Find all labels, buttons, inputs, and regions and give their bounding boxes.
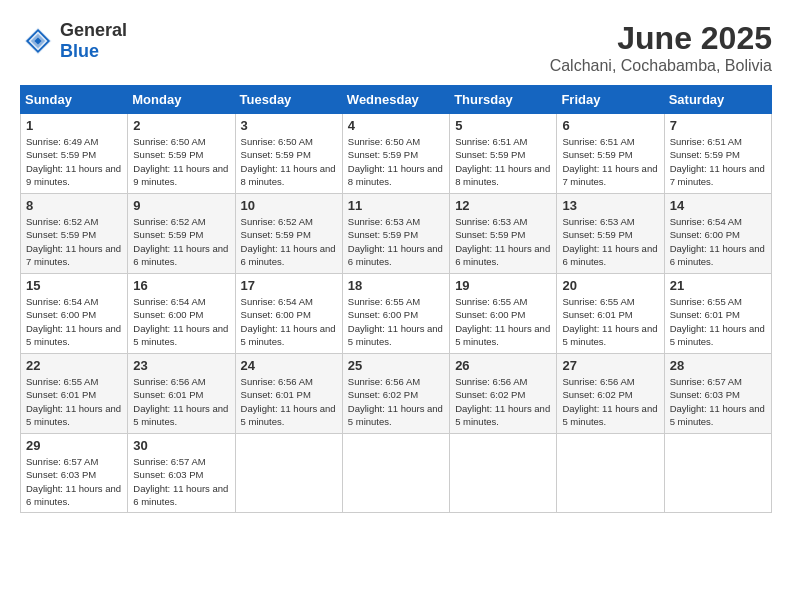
header: General Blue June 2025 Calchani, Cochaba… <box>20 20 772 75</box>
day-info: Sunrise: 6:53 AMSunset: 5:59 PMDaylight:… <box>348 215 444 268</box>
calendar-cell: 2Sunrise: 6:50 AMSunset: 5:59 PMDaylight… <box>128 114 235 194</box>
logo-icon <box>20 23 56 59</box>
calendar-week-1: 1Sunrise: 6:49 AMSunset: 5:59 PMDaylight… <box>21 114 772 194</box>
calendar-week-2: 8Sunrise: 6:52 AMSunset: 5:59 PMDaylight… <box>21 194 772 274</box>
calendar-cell: 4Sunrise: 6:50 AMSunset: 5:59 PMDaylight… <box>342 114 449 194</box>
day-number: 22 <box>26 358 122 373</box>
calendar-cell: 27Sunrise: 6:56 AMSunset: 6:02 PMDayligh… <box>557 354 664 434</box>
day-info: Sunrise: 6:55 AMSunset: 6:01 PMDaylight:… <box>562 295 658 348</box>
day-info: Sunrise: 6:51 AMSunset: 5:59 PMDaylight:… <box>455 135 551 188</box>
day-info: Sunrise: 6:54 AMSunset: 6:00 PMDaylight:… <box>670 215 766 268</box>
calendar-header-row: SundayMondayTuesdayWednesdayThursdayFrid… <box>21 86 772 114</box>
day-info: Sunrise: 6:57 AMSunset: 6:03 PMDaylight:… <box>670 375 766 428</box>
calendar-cell: 30Sunrise: 6:57 AMSunset: 6:03 PMDayligh… <box>128 434 235 513</box>
day-info: Sunrise: 6:50 AMSunset: 5:59 PMDaylight:… <box>348 135 444 188</box>
day-number: 24 <box>241 358 337 373</box>
calendar-cell: 11Sunrise: 6:53 AMSunset: 5:59 PMDayligh… <box>342 194 449 274</box>
day-number: 8 <box>26 198 122 213</box>
day-info: Sunrise: 6:56 AMSunset: 6:01 PMDaylight:… <box>133 375 229 428</box>
day-number: 21 <box>670 278 766 293</box>
day-info: Sunrise: 6:54 AMSunset: 6:00 PMDaylight:… <box>133 295 229 348</box>
day-info: Sunrise: 6:55 AMSunset: 6:00 PMDaylight:… <box>455 295 551 348</box>
day-number: 6 <box>562 118 658 133</box>
day-number: 2 <box>133 118 229 133</box>
day-number: 14 <box>670 198 766 213</box>
day-number: 16 <box>133 278 229 293</box>
calendar: SundayMondayTuesdayWednesdayThursdayFrid… <box>20 85 772 513</box>
calendar-cell: 16Sunrise: 6:54 AMSunset: 6:00 PMDayligh… <box>128 274 235 354</box>
calendar-cell: 22Sunrise: 6:55 AMSunset: 6:01 PMDayligh… <box>21 354 128 434</box>
logo-general-text: General <box>60 20 127 40</box>
day-info: Sunrise: 6:51 AMSunset: 5:59 PMDaylight:… <box>670 135 766 188</box>
day-number: 10 <box>241 198 337 213</box>
calendar-cell: 24Sunrise: 6:56 AMSunset: 6:01 PMDayligh… <box>235 354 342 434</box>
calendar-cell: 29Sunrise: 6:57 AMSunset: 6:03 PMDayligh… <box>21 434 128 513</box>
calendar-cell <box>450 434 557 513</box>
header-wednesday: Wednesday <box>342 86 449 114</box>
header-sunday: Sunday <box>21 86 128 114</box>
day-info: Sunrise: 6:55 AMSunset: 6:00 PMDaylight:… <box>348 295 444 348</box>
day-number: 26 <box>455 358 551 373</box>
day-info: Sunrise: 6:49 AMSunset: 5:59 PMDaylight:… <box>26 135 122 188</box>
header-saturday: Saturday <box>664 86 771 114</box>
header-thursday: Thursday <box>450 86 557 114</box>
calendar-cell: 19Sunrise: 6:55 AMSunset: 6:00 PMDayligh… <box>450 274 557 354</box>
calendar-cell: 5Sunrise: 6:51 AMSunset: 5:59 PMDaylight… <box>450 114 557 194</box>
day-info: Sunrise: 6:50 AMSunset: 5:59 PMDaylight:… <box>133 135 229 188</box>
day-info: Sunrise: 6:56 AMSunset: 6:02 PMDaylight:… <box>455 375 551 428</box>
day-number: 1 <box>26 118 122 133</box>
day-number: 15 <box>26 278 122 293</box>
calendar-cell: 1Sunrise: 6:49 AMSunset: 5:59 PMDaylight… <box>21 114 128 194</box>
calendar-cell: 23Sunrise: 6:56 AMSunset: 6:01 PMDayligh… <box>128 354 235 434</box>
calendar-week-3: 15Sunrise: 6:54 AMSunset: 6:00 PMDayligh… <box>21 274 772 354</box>
day-number: 11 <box>348 198 444 213</box>
calendar-cell: 28Sunrise: 6:57 AMSunset: 6:03 PMDayligh… <box>664 354 771 434</box>
day-number: 7 <box>670 118 766 133</box>
header-monday: Monday <box>128 86 235 114</box>
day-number: 23 <box>133 358 229 373</box>
day-info: Sunrise: 6:57 AMSunset: 6:03 PMDaylight:… <box>26 455 122 508</box>
day-number: 5 <box>455 118 551 133</box>
location: Calchani, Cochabamba, Bolivia <box>550 57 772 75</box>
day-info: Sunrise: 6:55 AMSunset: 6:01 PMDaylight:… <box>26 375 122 428</box>
day-number: 27 <box>562 358 658 373</box>
logo: General Blue <box>20 20 127 62</box>
day-info: Sunrise: 6:53 AMSunset: 5:59 PMDaylight:… <box>562 215 658 268</box>
calendar-week-4: 22Sunrise: 6:55 AMSunset: 6:01 PMDayligh… <box>21 354 772 434</box>
day-info: Sunrise: 6:52 AMSunset: 5:59 PMDaylight:… <box>26 215 122 268</box>
day-number: 4 <box>348 118 444 133</box>
header-friday: Friday <box>557 86 664 114</box>
day-info: Sunrise: 6:56 AMSunset: 6:01 PMDaylight:… <box>241 375 337 428</box>
calendar-cell: 13Sunrise: 6:53 AMSunset: 5:59 PMDayligh… <box>557 194 664 274</box>
day-info: Sunrise: 6:54 AMSunset: 6:00 PMDaylight:… <box>26 295 122 348</box>
day-number: 13 <box>562 198 658 213</box>
day-info: Sunrise: 6:56 AMSunset: 6:02 PMDaylight:… <box>348 375 444 428</box>
day-number: 19 <box>455 278 551 293</box>
day-info: Sunrise: 6:55 AMSunset: 6:01 PMDaylight:… <box>670 295 766 348</box>
calendar-cell: 15Sunrise: 6:54 AMSunset: 6:00 PMDayligh… <box>21 274 128 354</box>
calendar-cell: 9Sunrise: 6:52 AMSunset: 5:59 PMDaylight… <box>128 194 235 274</box>
day-number: 28 <box>670 358 766 373</box>
calendar-cell <box>235 434 342 513</box>
day-info: Sunrise: 6:52 AMSunset: 5:59 PMDaylight:… <box>241 215 337 268</box>
month-year: June 2025 <box>550 20 772 57</box>
calendar-cell <box>557 434 664 513</box>
day-number: 25 <box>348 358 444 373</box>
calendar-cell: 18Sunrise: 6:55 AMSunset: 6:00 PMDayligh… <box>342 274 449 354</box>
day-info: Sunrise: 6:57 AMSunset: 6:03 PMDaylight:… <box>133 455 229 508</box>
day-info: Sunrise: 6:51 AMSunset: 5:59 PMDaylight:… <box>562 135 658 188</box>
calendar-week-5: 29Sunrise: 6:57 AMSunset: 6:03 PMDayligh… <box>21 434 772 513</box>
day-info: Sunrise: 6:53 AMSunset: 5:59 PMDaylight:… <box>455 215 551 268</box>
logo-blue-text: Blue <box>60 41 99 61</box>
day-info: Sunrise: 6:54 AMSunset: 6:00 PMDaylight:… <box>241 295 337 348</box>
day-number: 9 <box>133 198 229 213</box>
header-tuesday: Tuesday <box>235 86 342 114</box>
title-section: June 2025 Calchani, Cochabamba, Bolivia <box>550 20 772 75</box>
calendar-cell <box>664 434 771 513</box>
day-number: 20 <box>562 278 658 293</box>
calendar-cell: 21Sunrise: 6:55 AMSunset: 6:01 PMDayligh… <box>664 274 771 354</box>
calendar-cell: 6Sunrise: 6:51 AMSunset: 5:59 PMDaylight… <box>557 114 664 194</box>
day-number: 29 <box>26 438 122 453</box>
calendar-cell: 20Sunrise: 6:55 AMSunset: 6:01 PMDayligh… <box>557 274 664 354</box>
day-number: 18 <box>348 278 444 293</box>
